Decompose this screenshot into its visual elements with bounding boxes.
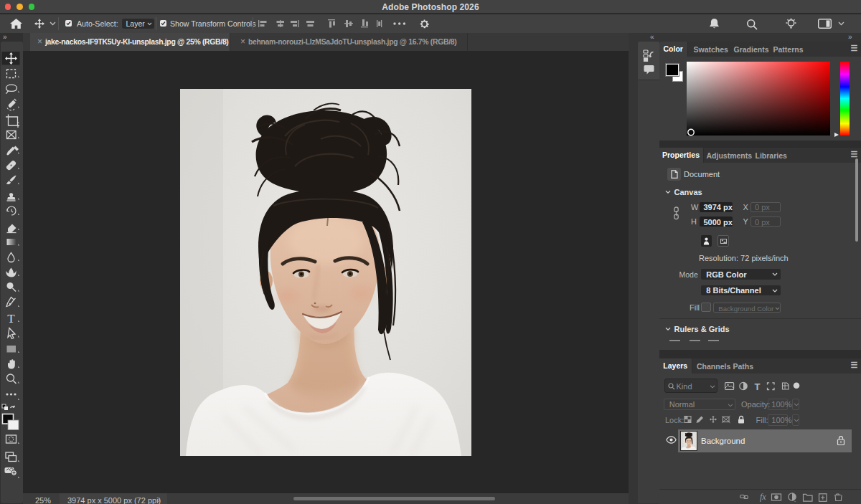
svg-text:T: T <box>7 312 15 325</box>
svg-text:T: T <box>754 381 760 391</box>
svg-text:fx: fx <box>760 492 766 502</box>
